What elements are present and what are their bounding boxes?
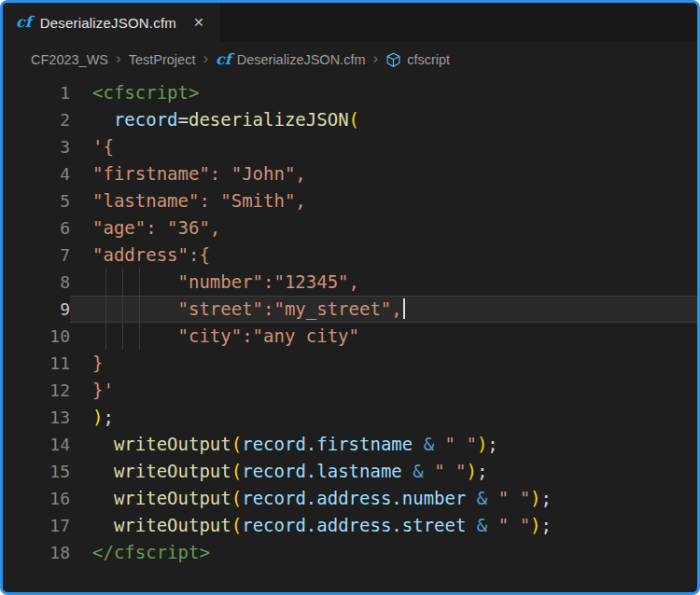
code-text[interactable]: }' xyxy=(70,377,697,404)
code-line-10[interactable]: 10 "city":"any city" xyxy=(3,323,697,350)
code-line-8[interactable]: 8 "number":"12345", xyxy=(3,269,697,296)
code-text[interactable]: writeOutput(record.address.street & " ")… xyxy=(70,512,697,539)
chevron-right-icon: › xyxy=(373,49,379,68)
line-number: 6 xyxy=(3,214,70,242)
tab-title: DeserializeJSON.cfm xyxy=(40,15,176,31)
breadcrumb-label: DeserializeJSON.cfm xyxy=(237,52,366,67)
code-text[interactable]: record=deserializeJSON( xyxy=(70,106,697,133)
code-line-4[interactable]: 4"firstname": "John", xyxy=(3,160,697,187)
code-editor[interactable]: 1<cfscript>2 record=deserializeJSON(3'{4… xyxy=(3,77,697,592)
indent-guide xyxy=(105,323,106,350)
line-number: 11 xyxy=(3,350,70,377)
indent-guide xyxy=(105,296,106,323)
code-line-7[interactable]: 7"address":{ xyxy=(3,242,697,269)
indent-guide xyxy=(139,323,140,350)
code-text[interactable]: "age": "36", xyxy=(70,214,697,242)
code-text[interactable]: '{ xyxy=(70,133,697,160)
line-number: 10 xyxy=(3,323,70,350)
chevron-right-icon: › xyxy=(203,49,208,68)
vscode-window: cf DeserializeJSON.cfm ✕ CF2023_WS›TestP… xyxy=(0,0,700,595)
code-line-9[interactable]: 9 "street":"my_street", xyxy=(3,296,697,323)
line-number: 5 xyxy=(3,187,70,214)
code-text[interactable]: writeOutput(record.lastname & " "); xyxy=(70,458,697,485)
breadcrumb-item-deserializejson-cfm[interactable]: cfDeserializeJSON.cfm xyxy=(216,52,365,67)
indent-guide xyxy=(139,269,140,296)
indent-guide xyxy=(122,323,123,350)
close-icon[interactable]: ✕ xyxy=(189,12,209,33)
code-text[interactable]: writeOutput(record.firstname & " "); xyxy=(70,431,697,458)
breadcrumb-label: cfscript xyxy=(407,52,450,67)
line-number: 16 xyxy=(3,485,70,512)
line-number: 8 xyxy=(3,269,70,296)
code-text[interactable]: "number":"12345", xyxy=(70,269,697,296)
code-text[interactable]: "street":"my_street", xyxy=(70,296,697,323)
code-line-12[interactable]: 12}' xyxy=(3,377,697,404)
code-line-15[interactable]: 15 writeOutput(record.lastname & " "); xyxy=(3,458,697,485)
code-line-3[interactable]: 3'{ xyxy=(3,133,697,160)
code-line-18[interactable]: 18</cfscript> xyxy=(3,539,697,566)
code-line-17[interactable]: 17 writeOutput(record.address.street & "… xyxy=(3,512,697,539)
tab-deserializejson-cfm[interactable]: cf DeserializeJSON.cfm ✕ xyxy=(3,3,219,42)
breadcrumb-item-testproject[interactable]: TestProject xyxy=(129,52,196,67)
breadcrumb-label: TestProject xyxy=(129,52,196,67)
line-number: 13 xyxy=(3,404,70,431)
symbol-structure-icon xyxy=(385,52,401,68)
breadcrumb-item-cfscript[interactable]: cfscript xyxy=(385,52,450,68)
indent-guide xyxy=(139,296,140,323)
code-line-13[interactable]: 13); xyxy=(3,404,697,431)
code-line-14[interactable]: 14 writeOutput(record.firstname & " "); xyxy=(3,431,697,458)
text-cursor xyxy=(403,298,405,319)
coldfusion-icon: cf xyxy=(216,52,231,67)
breadcrumb-item-cf2023-ws[interactable]: CF2023_WS xyxy=(31,52,108,67)
code-text[interactable]: "lastname": "Smith", xyxy=(70,187,697,214)
code-line-2[interactable]: 2 record=deserializeJSON( xyxy=(3,106,697,133)
line-number: 2 xyxy=(3,106,70,133)
indent-guide xyxy=(122,269,123,296)
code-text[interactable]: </cfscript> xyxy=(70,539,697,566)
code-line-16[interactable]: 16 writeOutput(record.address.number & "… xyxy=(3,485,697,512)
code-text[interactable]: <cfscript> xyxy=(70,79,697,106)
code-text[interactable]: ); xyxy=(70,404,697,431)
line-number: 4 xyxy=(3,160,70,187)
line-number: 18 xyxy=(3,539,70,566)
line-number: 12 xyxy=(3,377,70,404)
code-text[interactable]: "city":"any city" xyxy=(70,323,697,350)
breadcrumb-label: CF2023_WS xyxy=(31,52,108,67)
line-number: 7 xyxy=(3,242,70,269)
code-line-5[interactable]: 5"lastname": "Smith", xyxy=(3,187,697,214)
code-line-11[interactable]: 11} xyxy=(3,350,697,377)
code-line-1[interactable]: 1<cfscript> xyxy=(3,79,697,106)
code-text[interactable]: "address":{ xyxy=(70,242,697,269)
coldfusion-file-icon: cf xyxy=(16,15,32,30)
line-number: 15 xyxy=(3,458,70,485)
line-number: 17 xyxy=(3,512,70,539)
line-number: 9 xyxy=(3,296,70,323)
line-number: 1 xyxy=(3,79,70,106)
line-number: 14 xyxy=(3,431,70,458)
indent-guide xyxy=(122,296,123,323)
tab-bar: cf DeserializeJSON.cfm ✕ xyxy=(3,3,697,42)
code-text[interactable]: "firstname": "John", xyxy=(70,160,697,187)
chevron-right-icon: › xyxy=(116,49,121,68)
code-line-6[interactable]: 6"age": "36", xyxy=(3,214,697,242)
breadcrumb: CF2023_WS›TestProject›cfDeserializeJSON.… xyxy=(3,42,697,77)
code-text[interactable]: writeOutput(record.address.number & " ")… xyxy=(70,485,697,512)
indent-guide xyxy=(105,269,106,296)
code-text[interactable]: } xyxy=(70,350,697,377)
line-number: 3 xyxy=(3,133,70,160)
